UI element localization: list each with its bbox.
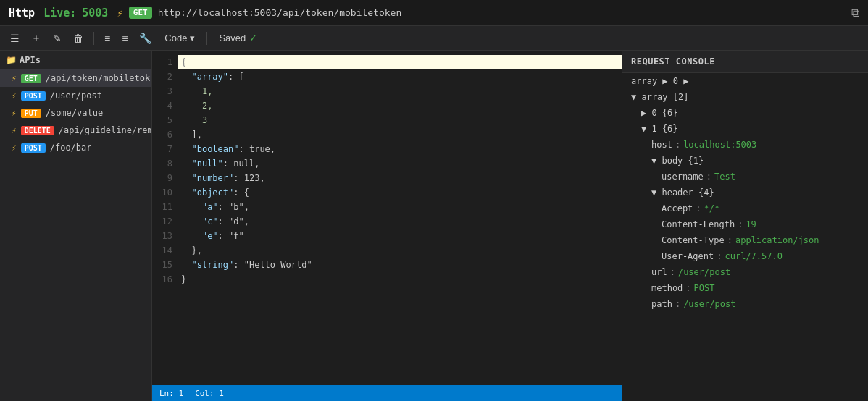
sidebar-section-header[interactable]: 📁 APIs xyxy=(0,51,151,69)
code-line: "object": { xyxy=(178,185,622,200)
console-row[interactable]: username : Test xyxy=(622,169,868,185)
console-separator: : xyxy=(675,299,680,309)
folder-icon: 📁 xyxy=(6,55,17,65)
console-tree: array ▶ 0 ▶▼ array [2]▶ 0 {6}▼ 1 {6}host… xyxy=(622,73,868,312)
code-line: "c": "d", xyxy=(178,214,622,229)
console-row[interactable]: ▶ 0 {6} xyxy=(622,105,868,121)
console-separator: : xyxy=(717,251,722,261)
console-label: array ▶ 0 ▶ xyxy=(631,76,688,86)
line-number: 16 xyxy=(158,272,172,287)
api-list-item[interactable]: ⚡POST/user/post xyxy=(0,87,151,104)
wrench-button[interactable]: 🔧 xyxy=(135,30,156,47)
request-console: REQUEST CONSOLE array ▶ 0 ▶▼ array [2]▶ … xyxy=(622,51,868,401)
add-button[interactable]: ＋ xyxy=(27,29,46,48)
console-separator: : xyxy=(727,235,733,245)
line-number: 14 xyxy=(158,243,172,258)
line-number: 4 xyxy=(158,98,172,113)
line-number: 15 xyxy=(158,258,172,272)
code-label: Code xyxy=(164,33,187,43)
line-number-status: Ln: 1 xyxy=(159,389,183,398)
method-badge: GET xyxy=(21,74,41,83)
console-row[interactable]: path : /user/post xyxy=(622,296,868,312)
sidebar-section-label: APIs xyxy=(20,55,41,65)
code-line: "string": "Hello World" xyxy=(178,258,622,272)
api-path: /some/value xyxy=(46,108,103,118)
console-label: ▼ 1 {6} xyxy=(641,124,678,134)
code-line: }, xyxy=(178,243,622,258)
lightning-icon: ⚡ xyxy=(12,74,17,83)
check-icon: ✓ xyxy=(249,33,257,43)
url-input[interactable] xyxy=(158,7,846,18)
port-number: 5003 xyxy=(82,7,108,20)
toolbar: ☰ ＋ ✎ 🗑 ≡ ≡ 🔧 Code ▾ Saved ✓ xyxy=(0,26,868,51)
api-list-item[interactable]: ⚡DELETE/api/guideline/remove xyxy=(0,122,151,139)
console-row[interactable]: url : /user/post xyxy=(622,264,868,280)
line-number: 8 xyxy=(158,156,172,171)
line-number: 5 xyxy=(158,113,172,127)
copy-icon[interactable]: ⧉ xyxy=(851,6,859,20)
console-separator: : xyxy=(675,140,680,150)
line-number: 12 xyxy=(158,214,172,229)
console-row[interactable]: method : POST xyxy=(622,280,868,296)
console-row[interactable]: Content-Length : 19 xyxy=(622,216,868,232)
live-label: Live: xyxy=(43,7,76,20)
console-key: User-Agent xyxy=(662,251,714,261)
console-value: */* xyxy=(704,203,720,214)
console-separator: : xyxy=(696,203,701,214)
method-badge: DELETE xyxy=(21,126,54,135)
lightning-icon: ⚡ xyxy=(12,126,17,135)
console-row[interactable]: Content-Type : application/json xyxy=(622,232,868,248)
console-row[interactable]: array ▶ 0 ▶ xyxy=(622,73,868,89)
console-separator: : xyxy=(738,219,743,229)
code-line: "a": "b", xyxy=(178,200,622,214)
console-row[interactable]: host : localhost:5003 xyxy=(622,137,868,153)
console-separator: : xyxy=(670,267,675,277)
code-button[interactable]: Code ▾ xyxy=(159,30,201,46)
console-key: Content-Type xyxy=(662,235,725,245)
align-left-button[interactable]: ≡ xyxy=(100,30,114,47)
lightning-icon: ⚡ xyxy=(12,143,17,153)
console-key: url xyxy=(651,267,667,277)
sidebar: 📁 APIs ⚡GET/api/token/mobiletoken⚡POST/u… xyxy=(0,51,152,401)
api-path: /api/guideline/remove xyxy=(59,125,152,135)
editor-content: 12345678910111213141516 { "array": [ 1, … xyxy=(152,51,622,291)
code-line: ], xyxy=(178,127,622,142)
code-line: } xyxy=(178,272,622,287)
console-key: username xyxy=(662,172,704,182)
console-value: curl/7.57.0 xyxy=(725,251,782,261)
line-number: 6 xyxy=(158,127,172,142)
console-key: method xyxy=(651,283,683,293)
code-line: "array": [ xyxy=(178,69,622,84)
console-separator: : xyxy=(685,283,690,293)
code-area[interactable]: { "array": [ 1, 2, 3 ], "boolean": true,… xyxy=(178,51,622,291)
method-badge: POST xyxy=(21,143,46,153)
console-row[interactable]: ▼ array [2] xyxy=(622,89,868,105)
menu-button[interactable]: ☰ xyxy=(6,30,24,47)
console-row[interactable]: Accept : */* xyxy=(622,200,868,216)
api-list-item[interactable]: ⚡GET/api/token/mobiletoken xyxy=(0,69,151,87)
app-title: Http xyxy=(9,7,35,20)
delete-button[interactable]: 🗑 xyxy=(69,30,88,47)
console-value: localhost:5003 xyxy=(683,140,756,150)
console-row[interactable]: ▼ header {4} xyxy=(622,185,868,200)
code-line: "boolean": true, xyxy=(178,142,622,156)
api-list-item[interactable]: ⚡POST/foo/bar xyxy=(0,139,151,156)
console-label: ▼ array [2] xyxy=(631,92,688,102)
code-line: 2, xyxy=(178,98,622,113)
saved-button[interactable]: Saved ✓ xyxy=(213,30,263,46)
code-line: 3 xyxy=(178,113,622,127)
console-row[interactable]: ▼ 1 {6} xyxy=(622,121,868,137)
lightning-icon: ⚡ xyxy=(117,7,122,19)
console-row[interactable]: ▼ body {1} xyxy=(622,153,868,169)
code-line: { xyxy=(178,55,622,69)
line-number: 11 xyxy=(158,200,172,214)
console-row[interactable]: User-Agent : curl/7.57.0 xyxy=(622,248,868,264)
api-list-item[interactable]: ⚡PUT/some/value xyxy=(0,104,151,122)
editor-status: Ln: 1 Col: 1 xyxy=(152,385,622,401)
edit-button[interactable]: ✎ xyxy=(49,30,66,47)
align-right-button[interactable]: ≡ xyxy=(117,30,132,47)
editor[interactable]: 12345678910111213141516 { "array": [ 1, … xyxy=(152,51,622,385)
console-value: /user/post xyxy=(683,299,735,309)
code-line: "number": 123, xyxy=(178,171,622,185)
line-number: 9 xyxy=(158,171,172,185)
